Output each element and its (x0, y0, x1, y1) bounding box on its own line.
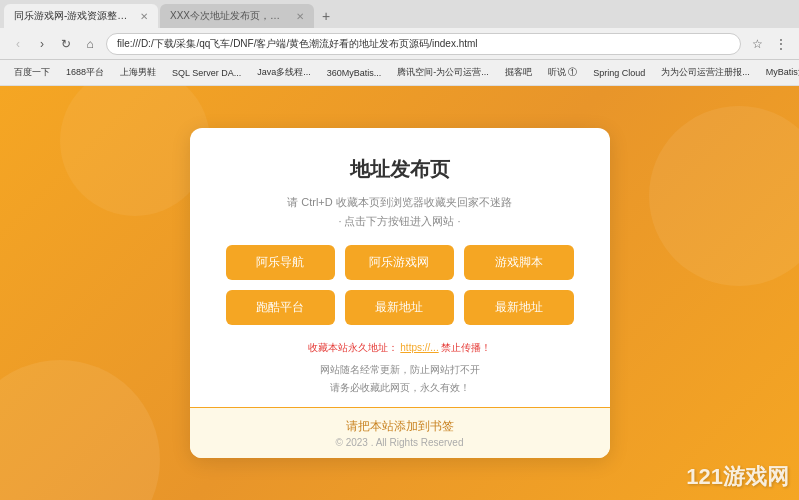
url-input[interactable] (106, 33, 741, 55)
bookmark-10[interactable]: 为为公司运营注册报... (655, 64, 756, 81)
bookmark-0[interactable]: 百度一下 (8, 64, 56, 81)
footer-bar-text: 请把本站添加到书签 (210, 418, 590, 435)
bookmark-11[interactable]: MyBatis注解的... (760, 64, 799, 81)
browser-chrome: 同乐游戏网-游戏资源整合网站 ✕ XXX今次地址发布页，收藏！ ✕ + ‹ › … (0, 0, 799, 86)
bookmark-1[interactable]: 1688平台 (60, 64, 110, 81)
watermark: 121游戏网 (686, 462, 789, 492)
tab-bar: 同乐游戏网-游戏资源整合网站 ✕ XXX今次地址发布页，收藏！ ✕ + (0, 0, 799, 28)
bookmark-7[interactable]: 掘客吧 (499, 64, 538, 81)
url-link[interactable]: https://... (400, 342, 438, 353)
card-subtitle2: · 点击下方按钮进入网站 · (226, 214, 574, 229)
page-content: 地址发布页 请 Ctrl+D 收藏本页到浏览器收藏夹回家不迷路 · 点击下方按钮… (0, 86, 799, 500)
decor-circle-3 (649, 106, 799, 286)
url-warn: 禁止传播！ (441, 342, 491, 353)
tab-active-label: 同乐游戏网-游戏资源整合网站 (14, 9, 134, 23)
footer-bar: 请把本站添加到书签 © 2023 . All Rights Reserved (190, 407, 610, 458)
bookmark-2[interactable]: 上海男鞋 (114, 64, 162, 81)
decor-circle-2 (60, 86, 210, 216)
star-button[interactable]: ☆ (747, 34, 767, 54)
url-prefix: 收藏本站永久地址： (308, 342, 398, 353)
nav-btn-0[interactable]: 阿乐导航 (226, 245, 335, 280)
browser-actions: ☆ ⋮ (747, 34, 791, 54)
footer-copyright: © 2023 . All Rights Reserved (210, 437, 590, 448)
decor-circle-1 (0, 360, 160, 500)
bookmark-4[interactable]: Java多线程... (251, 64, 317, 81)
menu-button[interactable]: ⋮ (771, 34, 791, 54)
forward-button[interactable]: › (32, 34, 52, 54)
notice-text-2: 请务必收藏此网页，永久有效！ (226, 381, 574, 395)
refresh-button[interactable]: ↻ (56, 34, 76, 54)
nav-btn-5[interactable]: 最新地址 (464, 290, 573, 325)
card-title: 地址发布页 (226, 156, 574, 183)
nav-btn-1[interactable]: 阿乐游戏网 (345, 245, 454, 280)
nav-btn-2[interactable]: 游戏脚本 (464, 245, 573, 280)
tab-inactive[interactable]: XXX今次地址发布页，收藏！ ✕ (160, 4, 314, 28)
back-button[interactable]: ‹ (8, 34, 28, 54)
tab-inactive-close[interactable]: ✕ (296, 11, 304, 22)
home-button[interactable]: ⌂ (80, 34, 100, 54)
new-tab-button[interactable]: + (316, 8, 336, 24)
nav-btn-4[interactable]: 最新地址 (345, 290, 454, 325)
card-subtitle1: 请 Ctrl+D 收藏本页到浏览器收藏夹回家不迷路 (226, 195, 574, 210)
notice-text-1: 网站随名经常更新，防止网站打不开 (226, 363, 574, 377)
bookmark-8[interactable]: 听说 ① (542, 64, 584, 81)
bookmark-9[interactable]: Spring Cloud (587, 66, 651, 80)
tab-inactive-label: XXX今次地址发布页，收藏！ (170, 9, 290, 23)
bookmark-6[interactable]: 腾讯空间-为公司运营... (391, 64, 495, 81)
bookmark-3[interactable]: SQL Server DA... (166, 66, 247, 80)
tab-active-close[interactable]: ✕ (140, 11, 148, 22)
tab-active[interactable]: 同乐游戏网-游戏资源整合网站 ✕ (4, 4, 158, 28)
bookmark-5[interactable]: 360MyBatis... (321, 66, 388, 80)
nav-btn-3[interactable]: 跑酷平台 (226, 290, 335, 325)
main-card: 地址发布页 请 Ctrl+D 收藏本页到浏览器收藏夹回家不迷路 · 点击下方按钮… (190, 128, 610, 458)
nav-buttons-grid: 阿乐导航 阿乐游戏网 游戏脚本 跑酷平台 最新地址 最新地址 (226, 245, 574, 325)
nav-buttons: ‹ › ↻ ⌂ (8, 34, 100, 54)
current-url-line: 收藏本站永久地址： https://... 禁止传播！ (226, 341, 574, 355)
address-bar: ‹ › ↻ ⌂ ☆ ⋮ (0, 28, 799, 60)
bookmarks-bar: 百度一下 1688平台 上海男鞋 SQL Server DA... Java多线… (0, 60, 799, 86)
